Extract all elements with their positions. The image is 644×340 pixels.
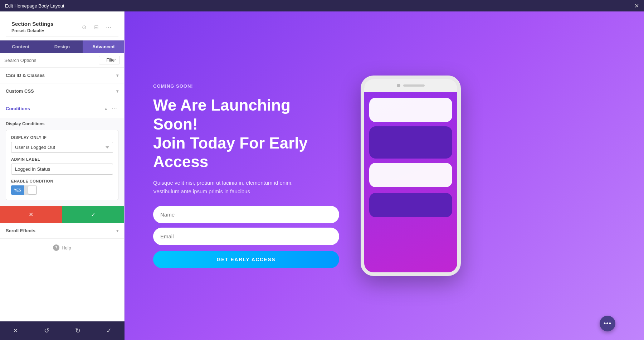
left-panel: Section Settings Preset: Default▾ ⊙ ⊟ ⋯ — [0, 11, 125, 340]
enable-condition-label: Enable Condition — [11, 179, 113, 183]
right-content: COMING SOON! We Are Launching Soon! Join… — [125, 11, 644, 340]
cta-button[interactable]: GET EARLY ACCESS — [153, 251, 339, 268]
hero-subtitle: Quisque velit nisi, pretium ut lacinia i… — [153, 179, 339, 196]
condition-card: Display Only If User is Logged Out User … — [6, 130, 118, 200]
close-icon[interactable]: ✕ — [634, 3, 639, 9]
accordion-scroll-effects-header[interactable]: Scroll Effects ▾ — [0, 223, 124, 238]
bottom-bar: ✕ ↺ ↻ ✓ — [0, 321, 125, 340]
phone-screen — [364, 92, 457, 272]
form-section: COMING SOON! We Are Launching Soon! Join… — [153, 83, 339, 268]
section-header: Section Settings Preset: Default▾ ⊙ ⊟ ⋯ — [0, 11, 124, 40]
display-only-if-select[interactable]: User is Logged Out User is Logged In Alw… — [11, 142, 113, 153]
chevron-down-icon: ▾ — [116, 73, 118, 78]
conditions-accordion-header[interactable]: Conditions ▴ ⋯ — [0, 99, 124, 118]
condition-action-buttons: ✕ ✓ — [0, 206, 124, 223]
display-only-if-label: Display Only If — [11, 135, 113, 140]
section-title: Section Settings Preset: Default▾ — [11, 21, 54, 33]
conditions-title: Conditions — [6, 106, 30, 111]
phone-camera-icon — [397, 84, 400, 87]
help-section[interactable]: ? Help — [0, 239, 124, 257]
name-input[interactable] — [153, 206, 339, 223]
field-group-enable-condition: Enable Condition YES — [11, 179, 113, 195]
help-label: Help — [62, 245, 71, 251]
accordion-conditions: Conditions ▴ ⋯ Display Conditions Displa… — [0, 99, 124, 206]
tab-design[interactable]: Design — [42, 40, 83, 53]
section-icons: ⊙ ⊟ ⋯ — [80, 23, 113, 31]
bottom-save-button[interactable]: ✓ — [93, 321, 125, 340]
preset-row: Preset: Default▾ — [11, 28, 54, 33]
section-header-row: Section Settings Preset: Default▾ ⊙ ⊟ ⋯ — [6, 16, 118, 37]
chevron-up-icon: ▴ — [105, 106, 107, 111]
phone-notch — [364, 79, 457, 92]
admin-label-label: Admin Label — [11, 157, 113, 161]
title-bar: Edit Homepage Body Layout ✕ — [0, 0, 644, 11]
email-input[interactable] — [153, 228, 339, 245]
conditions-content: Display Conditions Display Only If User … — [0, 118, 124, 206]
bottom-undo-button[interactable]: ↺ — [31, 321, 62, 340]
accordion-custom-css: Custom CSS ▾ — [0, 83, 124, 99]
accordion-css-id-classes: CSS ID & Classes ▾ — [0, 68, 124, 83]
bottom-redo-button[interactable]: ↻ — [62, 321, 93, 340]
floating-dots-icon: ••• — [604, 320, 611, 327]
accordion-css-header[interactable]: CSS ID & Classes ▾ — [0, 68, 124, 83]
main-layout: Section Settings Preset: Default▾ ⊙ ⊟ ⋯ — [0, 11, 644, 340]
phone-mockup — [361, 76, 461, 276]
panel-content: CSS ID & Classes ▾ Custom CSS ▾ Conditio… — [0, 68, 124, 340]
preset-value[interactable]: Default▾ — [27, 28, 44, 33]
phone-speaker-icon — [403, 84, 425, 87]
menu-icon[interactable]: ⋯ — [104, 23, 113, 31]
field-group-display-only-if: Display Only If User is Logged Out User … — [11, 135, 113, 153]
confirm-condition-button[interactable]: ✓ — [62, 206, 125, 223]
conditions-menu-icon[interactable]: ⋯ — [110, 104, 118, 113]
toggle-thumb — [28, 186, 36, 194]
toggle-yes-label: YES — [11, 185, 24, 195]
help-icon: ? — [53, 244, 59, 251]
phone-card-2 — [369, 126, 452, 159]
filter-button[interactable]: + Filter — [99, 56, 120, 64]
cancel-condition-button[interactable]: ✕ — [0, 206, 62, 223]
conditions-controls: ▴ ⋯ — [105, 104, 118, 113]
bottom-cancel-button[interactable]: ✕ — [0, 321, 31, 340]
search-bar: + Filter — [0, 53, 124, 68]
floating-action-button[interactable]: ••• — [600, 316, 615, 331]
tab-bar: Content Design Advanced — [0, 40, 124, 53]
chevron-down-icon: ▾ — [116, 228, 118, 233]
phone-card-3 — [369, 163, 452, 187]
tab-content[interactable]: Content — [0, 40, 42, 53]
hero-title: We Are Launching Soon! Join Today For Ea… — [153, 96, 339, 171]
chevron-down-icon: ▾ — [116, 89, 118, 94]
toggle-row[interactable]: YES — [11, 185, 113, 195]
coming-soon-label: COMING SOON! — [153, 83, 339, 89]
phone-card-1 — [369, 98, 452, 122]
display-conditions-label: Display Conditions — [6, 118, 118, 130]
target-icon[interactable]: ⊙ — [80, 23, 88, 31]
toggle-track[interactable] — [24, 185, 37, 195]
phone-frame — [361, 76, 461, 276]
tab-advanced[interactable]: Advanced — [83, 40, 124, 53]
phone-card-4 — [369, 193, 452, 217]
title-bar-text: Edit Homepage Body Layout — [5, 3, 64, 9]
field-group-admin-label: Admin Label — [11, 157, 113, 175]
search-input[interactable] — [4, 58, 96, 63]
accordion-custom-css-header[interactable]: Custom CSS ▾ — [0, 83, 124, 99]
admin-label-input[interactable] — [11, 164, 113, 175]
accordion-scroll-effects: Scroll Effects ▾ — [0, 223, 124, 239]
columns-icon[interactable]: ⊟ — [92, 23, 101, 31]
